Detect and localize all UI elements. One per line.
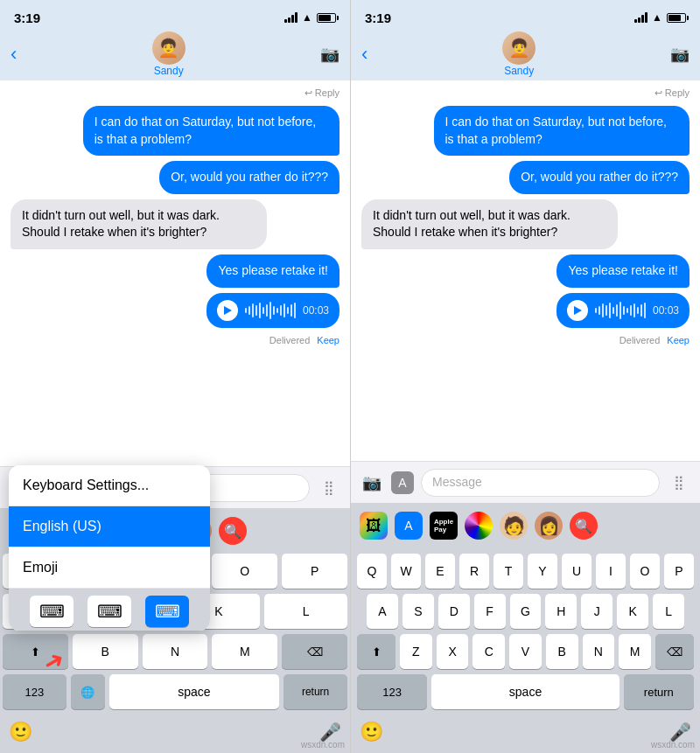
msg-sent-3-left: Yes please retake it! (206, 254, 340, 288)
status-bar-left: 3:19 ▲ (0, 0, 350, 31)
key-E[interactable]: E (425, 554, 455, 589)
contact-name-left: Sandy (154, 65, 184, 77)
contact-name-right: Sandy (504, 65, 534, 77)
key-G[interactable]: G (510, 594, 542, 629)
key-J[interactable]: J (581, 594, 612, 629)
key-O[interactable]: O (630, 554, 660, 589)
key-shift-right[interactable]: ⬆ (357, 634, 396, 669)
back-button-left[interactable]: ‹ (10, 45, 17, 64)
key-P[interactable]: P (664, 554, 694, 589)
key-A[interactable]: A (367, 594, 398, 629)
key-globe-left[interactable]: 🌐 (71, 674, 105, 709)
search-app-left[interactable]: 🔍 (219, 517, 247, 545)
key-H[interactable]: H (545, 594, 577, 629)
key-F[interactable]: F (474, 594, 506, 629)
key-Y[interactable]: Y (528, 554, 557, 589)
play-button-left[interactable] (217, 300, 238, 321)
key-X[interactable]: X (437, 634, 469, 669)
key-Z[interactable]: Z (400, 634, 432, 669)
popup-keyboard-settings[interactable]: Keyboard Settings... (9, 465, 210, 506)
key-T[interactable]: T (494, 554, 523, 589)
key-123-left[interactable]: 123 (3, 674, 66, 709)
right-panel: 3:19 ▲ ‹ 🧑‍🦱 Sandy 📷 ↩ Reply I can do th… (350, 0, 700, 753)
signal-icon (284, 12, 298, 23)
status-time-left: 3:19 (14, 10, 40, 25)
key-return-right[interactable]: return (624, 674, 694, 709)
key-L[interactable]: L (653, 594, 684, 629)
key-Q[interactable]: Q (357, 554, 387, 589)
key-K[interactable]: K (617, 594, 648, 629)
key-S[interactable]: S (402, 594, 434, 629)
msg-received-1-left: It didn't turn out well, but it was dark… (10, 199, 267, 249)
emoji-button-right[interactable]: 🙂 (360, 721, 383, 743)
key-N-left[interactable]: N (143, 634, 208, 669)
key-row-2-right: A S D F G H J K L (354, 594, 696, 629)
msg-sent-1-right: I can do that on Saturday, but not befor… (434, 106, 690, 156)
photos-app-right[interactable]: 🖼 (360, 512, 388, 540)
msg-sent-1-left: I can do that on Saturday, but not befor… (83, 106, 340, 156)
keyboard-bottom-right: 🙂 🎤 (351, 715, 700, 753)
message-input-right[interactable]: Message (421, 469, 660, 497)
emoji-button-left[interactable]: 🙂 (9, 721, 32, 743)
key-B-left[interactable]: B (73, 634, 138, 669)
popup-emoji[interactable]: Emoji (9, 547, 210, 589)
key-space-left[interactable]: space (109, 674, 279, 709)
app-icon-right[interactable]: A (391, 471, 414, 494)
key-D[interactable]: D (438, 594, 470, 629)
key-delete-left[interactable]: ⌫ (282, 634, 347, 669)
keyboard-bottom-left: 🙂 🎤 (0, 715, 350, 753)
back-button-right[interactable]: ‹ (361, 45, 368, 64)
keep-link-left[interactable]: Keep (317, 335, 340, 345)
key-space-right[interactable]: space (431, 674, 619, 709)
dictate-button-right[interactable]: ⣿ (667, 471, 691, 495)
key-delete-right[interactable]: ⌫ (655, 634, 694, 669)
key-R[interactable]: R (459, 554, 489, 589)
avatar-right: 🧑‍🦱 (502, 31, 536, 65)
nav-center-left[interactable]: 🧑‍🦱 Sandy (152, 31, 186, 77)
play-button-right[interactable] (567, 300, 588, 321)
key-P-left[interactable]: P (282, 554, 347, 589)
battery-icon (317, 13, 336, 23)
avatar-app-2-right[interactable]: 👩 (535, 512, 563, 540)
key-L-left[interactable]: L (264, 594, 347, 629)
keep-link-right[interactable]: Keep (667, 335, 690, 345)
video-call-button-right[interactable]: 📷 (670, 45, 690, 64)
nav-bar-right: ‹ 🧑‍🦱 Sandy 📷 (351, 31, 700, 80)
watermark-right: wsxdn.com (651, 740, 695, 750)
switcher-btn-2[interactable]: ⌨ (88, 596, 131, 627)
audio-msg-right[interactable]: 00:03 (556, 293, 690, 328)
nav-center-right[interactable]: 🧑‍🦱 Sandy (502, 31, 536, 77)
key-N[interactable]: N (583, 634, 615, 669)
nav-bar-left: ‹ 🧑‍🦱 Sandy 📷 (0, 31, 350, 80)
avatar-app-1-right[interactable]: 🧑 (500, 512, 528, 540)
video-call-button-left[interactable]: 📷 (320, 45, 340, 64)
camera-icon-right[interactable]: 📷 (360, 471, 384, 495)
key-row-bottom-left: 123 🌐 space return (0, 674, 350, 709)
status-time-right: 3:19 (365, 10, 391, 25)
key-M-left[interactable]: M (212, 634, 277, 669)
msg-meta-right: Delivered Keep (361, 335, 690, 345)
audio-msg-left[interactable]: 00:03 (206, 293, 340, 328)
key-123-right[interactable]: 123 (357, 674, 427, 709)
key-B[interactable]: B (546, 634, 578, 669)
applepay-app-right[interactable]: ApplePay (430, 512, 458, 540)
key-U[interactable]: U (562, 554, 592, 589)
keyboard-switcher-row: ⌨ ⌨ ⌨ (9, 589, 210, 631)
switcher-btn-1[interactable]: ⌨ (30, 596, 74, 627)
key-return-left[interactable]: return (284, 674, 347, 709)
key-O-left[interactable]: O (212, 554, 277, 589)
switcher-btn-3[interactable]: ⌨ (145, 596, 189, 627)
key-W[interactable]: W (391, 554, 421, 589)
key-M[interactable]: M (619, 634, 651, 669)
msg-sent-2-left: Or, would you rather do it??? (159, 161, 340, 194)
search-app-right[interactable]: 🔍 (570, 512, 598, 540)
key-I[interactable]: I (596, 554, 626, 589)
colorful-app-right[interactable] (465, 512, 493, 540)
dictate-button-left[interactable]: ⣿ (317, 476, 341, 500)
msg-sent-2-right: Or, would you rather do it??? (509, 161, 690, 194)
reply-label-left: ↩ Reply (10, 87, 340, 99)
popup-english-us[interactable]: English (US) (9, 506, 210, 547)
key-C[interactable]: C (472, 634, 505, 669)
key-V[interactable]: V (509, 634, 542, 669)
appstore-app-right[interactable]: A (395, 512, 423, 540)
